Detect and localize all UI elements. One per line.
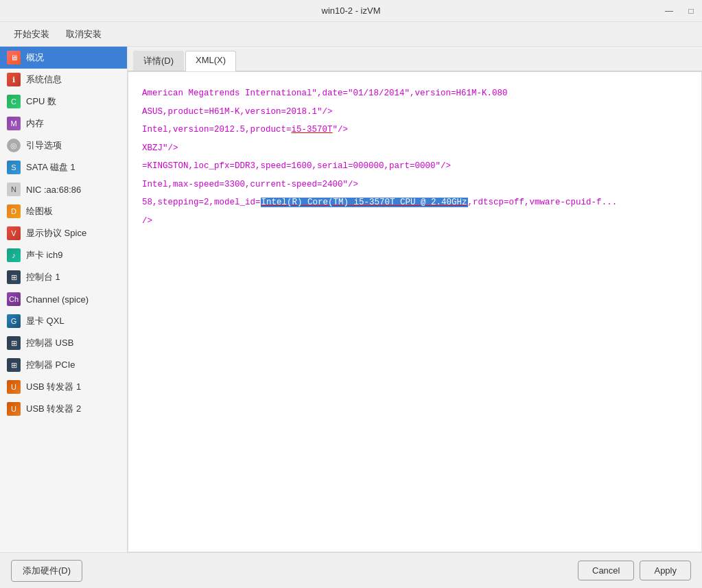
sidebar-item-sata[interactable]: SSATA 磁盘 1 <box>0 156 127 178</box>
sidebar-item-cpu[interactable]: CCPU 数 <box>0 91 127 113</box>
xml-editor[interactable]: American Megatrends International",date=… <box>128 72 701 552</box>
sidebar-item-memory[interactable]: M内存 <box>0 113 127 134</box>
xml-line-1: American Megatrends International",date=… <box>142 86 688 102</box>
add-hardware-button[interactable]: 添加硬件(D) <box>11 560 82 582</box>
sidebar-item-overview[interactable]: 🖥概况 <box>0 47 127 69</box>
display-icon: D <box>7 204 21 218</box>
sidebar-item-nic[interactable]: NNIC :aa:68:86 <box>0 178 127 200</box>
sidebar-label-overview: 概况 <box>26 51 44 64</box>
sata-icon: S <box>7 161 21 174</box>
usb-icon: U <box>7 402 21 416</box>
sidebar-label-pciectrl: 控制器 PCIe <box>26 359 75 371</box>
cancel-install-menu[interactable]: 取消安装 <box>60 25 107 43</box>
xml-line-5: =KINGSTON,loc_pfx=DDR3,speed=1600,serial… <box>142 158 688 174</box>
sidebar-label-boot: 引导选项 <box>26 139 62 152</box>
sidebar-label-display: 绘图板 <box>26 205 53 217</box>
bottom-bar: 添加硬件(D) Cancel Apply <box>0 552 702 588</box>
tab-xml[interactable]: XML(X) <box>185 51 236 71</box>
xml-line-2: ASUS,product=H61M-K,version=2018.1"/> <box>142 104 688 120</box>
ctrl-icon: ⊞ <box>7 358 21 372</box>
sidebar-item-usb1[interactable]: UUSB 转发器 1 <box>0 376 127 398</box>
sound-icon: ♪ <box>7 248 21 262</box>
minimize-button[interactable]: — <box>664 5 675 16</box>
sidebar-item-display[interactable]: D绘图板 <box>0 200 127 222</box>
sidebar-item-channel[interactable]: ChChannel (spice) <box>0 288 127 310</box>
xml-line-6: Intel,max-speed=3300,current-speed=2400"… <box>142 177 688 193</box>
menubar: 开始安装 取消安装 <box>0 22 702 47</box>
bottom-right: Cancel Apply <box>578 561 691 580</box>
sidebar-label-cpu: CPU 数 <box>26 95 56 108</box>
cpu-model-underlined: i5-3570T <box>292 125 333 134</box>
cancel-button[interactable]: Cancel <box>578 561 634 580</box>
sidebar-label-ctrl1: 控制台 1 <box>26 271 60 283</box>
spice-icon: V <box>7 226 21 240</box>
main-content: 🖥概况ℹ系统信息CCPU 数M内存◎引导选项SSATA 磁盘 1NNIC :aa… <box>0 47 702 552</box>
sidebar: 🖥概况ℹ系统信息CCPU 数M内存◎引导选项SSATA 磁盘 1NNIC :aa… <box>0 47 128 552</box>
restore-button[interactable]: □ <box>686 5 697 16</box>
titlebar: win10-2 - izVM — □ <box>0 0 702 22</box>
sidebar-label-sysinfo: 系统信息 <box>26 73 62 86</box>
sidebar-item-ctrl1[interactable]: ⊞控制台 1 <box>0 266 127 288</box>
overview-icon: 🖥 <box>7 51 21 64</box>
sidebar-label-nic: NIC :aa:68:86 <box>26 185 81 195</box>
start-install-menu[interactable]: 开始安装 <box>8 25 55 43</box>
sidebar-item-usb2[interactable]: UUSB 转发器 2 <box>0 398 127 420</box>
xml-line-3: Intel,version=2012.5,product=i5-3570T"/> <box>142 122 688 138</box>
usb-icon: U <box>7 380 21 394</box>
nic-icon: N <box>7 183 21 196</box>
sidebar-item-sysinfo[interactable]: ℹ系统信息 <box>0 69 127 91</box>
sidebar-label-vga: 显卡 QXL <box>26 315 65 327</box>
content-area: American Megatrends International",date=… <box>128 71 702 552</box>
window-controls: — □ <box>664 5 697 16</box>
sidebar-item-vga[interactable]: G显卡 QXL <box>0 310 127 332</box>
sidebar-item-spice[interactable]: V显示协议 Spice <box>0 222 127 244</box>
sidebar-label-usb2: USB 转发器 2 <box>26 403 81 415</box>
xml-line-8: /> <box>142 213 688 229</box>
window-title: win10-2 - izVM <box>322 5 381 16</box>
sidebar-item-sound[interactable]: ♪声卡 ich9 <box>0 244 127 266</box>
sidebar-item-boot[interactable]: ◎引导选项 <box>0 134 127 156</box>
right-panel: 详情(D)XML(X) American Megatrends Internat… <box>128 47 702 552</box>
ctrl-icon: ⊞ <box>7 336 21 350</box>
bottom-left: 添加硬件(D) <box>11 560 82 582</box>
sidebar-label-usbctrl: 控制器 USB <box>26 337 73 349</box>
sidebar-label-usb1: USB 转发器 1 <box>26 381 81 393</box>
channel-icon: Ch <box>7 292 21 306</box>
mem-icon: M <box>7 117 21 130</box>
sidebar-label-sata: SATA 磁盘 1 <box>26 161 75 174</box>
apply-button[interactable]: Apply <box>640 561 691 580</box>
sysinfo-icon: ℹ <box>7 73 21 86</box>
sidebar-label-memory: 内存 <box>26 117 44 130</box>
xml-line-7: 58,stepping=2,model_id=Intel(R) Core(TM)… <box>142 195 688 211</box>
sidebar-item-pciectrl[interactable]: ⊞控制器 PCIe <box>0 354 127 376</box>
sidebar-label-sound: 声卡 ich9 <box>26 249 62 261</box>
sidebar-label-channel: Channel (spice) <box>26 294 89 305</box>
xml-line-4: XBZJ"/> <box>142 141 688 156</box>
selected-cpu-text: Intel(R) Core(TM) i5-3570T CPU @ 2.40GHz <box>261 198 468 207</box>
vga-icon: G <box>7 314 21 328</box>
ctrl-icon: ⊞ <box>7 270 21 284</box>
cpu-icon: C <box>7 95 21 108</box>
tab-details[interactable]: 详情(D) <box>133 51 184 71</box>
sidebar-label-spice: 显示协议 Spice <box>26 227 86 239</box>
sidebar-item-usbctrl[interactable]: ⊞控制器 USB <box>0 332 127 354</box>
boot-icon: ◎ <box>7 139 21 152</box>
tab-bar: 详情(D)XML(X) <box>128 47 702 71</box>
